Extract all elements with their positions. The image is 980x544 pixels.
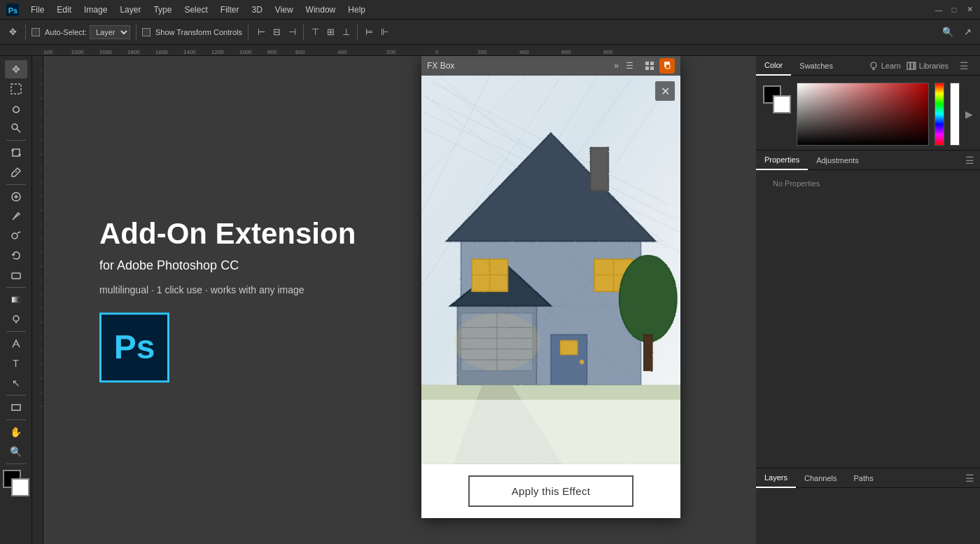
color-tabs-row: Color Swatches Learn Libraries ☰ [756, 56, 980, 76]
align-top-icon[interactable]: ⊤ [308, 25, 322, 39]
svg-rect-50 [650, 62, 654, 65]
menu-select[interactable]: Select [178, 4, 213, 16]
promo-title: Add-On Extension [99, 218, 356, 250]
align-right-icon[interactable]: ⊣ [285, 25, 299, 39]
svg-point-4 [12, 124, 18, 130]
fx-panel-title: FX Box [427, 61, 454, 71]
fx-close-button[interactable]: ✕ [655, 81, 675, 101]
properties-menu-icon[interactable]: ☰ [960, 155, 980, 166]
show-transform-checkbox[interactable] [142, 28, 150, 36]
svg-rect-51 [645, 67, 649, 70]
svg-rect-106 [911, 62, 913, 69]
tool-sep-3 [6, 287, 26, 288]
fg-bg-colors [3, 470, 29, 496]
svg-rect-90 [644, 335, 652, 370]
color-opacity-bar[interactable] [950, 83, 960, 146]
svg-rect-21 [12, 405, 20, 410]
close-button[interactable]: ✕ [965, 5, 974, 15]
window-controls: — □ ✕ [934, 5, 974, 15]
search-icon[interactable]: 🔍 [941, 25, 955, 39]
menu-file[interactable]: File [25, 4, 50, 16]
svg-point-91 [454, 313, 540, 370]
toolbar-sep-5 [357, 25, 358, 40]
toolbox: ✥ [0, 56, 32, 544]
fx-expand-btn[interactable]: » [612, 61, 620, 71]
fx-grid-icon[interactable] [642, 58, 657, 74]
layers-section: Layers Channels Paths ☰ [756, 468, 980, 544]
gradient-tool[interactable] [5, 291, 27, 309]
move-tool[interactable]: ✥ [5, 60, 27, 78]
menu-type[interactable]: Type [148, 4, 177, 16]
layers-content [756, 488, 980, 544]
color-tab[interactable]: Color [756, 56, 791, 76]
panel-spacer [756, 254, 980, 468]
maximize-button[interactable]: □ [949, 5, 959, 15]
menu-help[interactable]: Help [342, 4, 371, 16]
clone-tool[interactable] [5, 227, 27, 245]
eyedropper-tool[interactable] [5, 163, 27, 181]
background-color[interactable] [11, 478, 29, 496]
auto-select-type[interactable]: Layer [90, 25, 130, 39]
canvas-area: Add-On Extension for Adobe Photoshop CC … [43, 56, 756, 544]
dodge-tool[interactable] [5, 310, 27, 328]
libraries-icon [906, 61, 916, 71]
brush-tool[interactable] [5, 207, 27, 225]
pen-tool[interactable] [5, 335, 27, 353]
share-icon[interactable]: ↗ [960, 25, 974, 39]
menu-view[interactable]: View [270, 4, 299, 16]
auto-select-checkbox[interactable] [31, 28, 40, 36]
selection-tool[interactable]: ↖ [5, 374, 27, 392]
panel-menu-icon[interactable]: ☰ [954, 60, 974, 71]
properties-tab[interactable]: Properties [756, 151, 808, 170]
color-gradient-picker[interactable] [797, 83, 929, 146]
menu-window[interactable]: Window [300, 4, 342, 16]
text-tool[interactable]: T [5, 354, 27, 372]
fx-menu-btn[interactable]: ☰ [624, 61, 635, 71]
lasso-tool[interactable] [5, 99, 27, 118]
layers-tabs-row: Layers Channels Paths ☰ [756, 468, 980, 488]
distribute-v-icon[interactable]: ⊩ [377, 25, 391, 39]
crop-tool[interactable] [5, 144, 27, 162]
background-swatch[interactable] [773, 95, 791, 113]
rectangle-tool[interactable] [5, 398, 27, 417]
libraries-item[interactable]: Libraries [906, 61, 948, 71]
ps-logo: Ps [99, 312, 169, 382]
layers-tab[interactable]: Layers [756, 468, 796, 488]
eraser-tool[interactable] [5, 266, 27, 284]
minimize-button[interactable]: — [934, 5, 944, 15]
fx-panel-controls: » ☰ [612, 58, 675, 74]
svg-line-15 [18, 232, 20, 233]
color-spectrum-arrow[interactable]: ▶ [965, 109, 973, 120]
color-spectrum-bar[interactable] [934, 83, 944, 146]
channels-tab[interactable]: Channels [796, 468, 845, 488]
menu-filter[interactable]: Filter [215, 4, 245, 16]
svg-rect-101 [421, 400, 680, 465]
learn-item[interactable]: Learn [869, 61, 901, 71]
menu-bar: Ps File Edit Image Layer Type Select Fil… [0, 0, 980, 20]
align-center-v-icon[interactable]: ⊞ [323, 25, 337, 39]
history-tool[interactable] [5, 246, 27, 265]
menu-layer[interactable]: Layer [114, 4, 146, 16]
main-layout: ✥ [0, 56, 980, 544]
menu-image[interactable]: Image [78, 4, 113, 16]
move-tool-option[interactable]: ✥ [6, 25, 20, 39]
align-left-icon[interactable]: ⊢ [254, 25, 268, 39]
healing-tool[interactable] [5, 188, 27, 206]
close-icon: ✕ [661, 85, 670, 98]
menu-3d[interactable]: 3D [246, 4, 267, 16]
align-bottom-icon[interactable]: ⊥ [339, 25, 353, 39]
layers-menu-icon[interactable]: ☰ [960, 473, 980, 484]
align-center-h-icon[interactable]: ⊟ [270, 25, 284, 39]
fx-plugin-icon[interactable] [659, 58, 675, 74]
distribute-h-icon[interactable]: ⊨ [362, 25, 376, 39]
zoom-tool[interactable]: 🔍 [5, 442, 27, 461]
apply-effect-button[interactable]: Apply this Effect [468, 475, 634, 507]
fx-apply-btn-container: Apply this Effect [421, 464, 680, 518]
swatches-tab[interactable]: Swatches [791, 56, 841, 76]
hand-tool[interactable]: ✋ [5, 423, 27, 441]
marquee-tool[interactable] [5, 80, 27, 98]
paths-tab[interactable]: Paths [846, 468, 882, 488]
adjustments-tab[interactable]: Adjustments [808, 151, 867, 170]
menu-edit[interactable]: Edit [51, 4, 77, 16]
magic-wand-tool[interactable] [5, 119, 27, 137]
